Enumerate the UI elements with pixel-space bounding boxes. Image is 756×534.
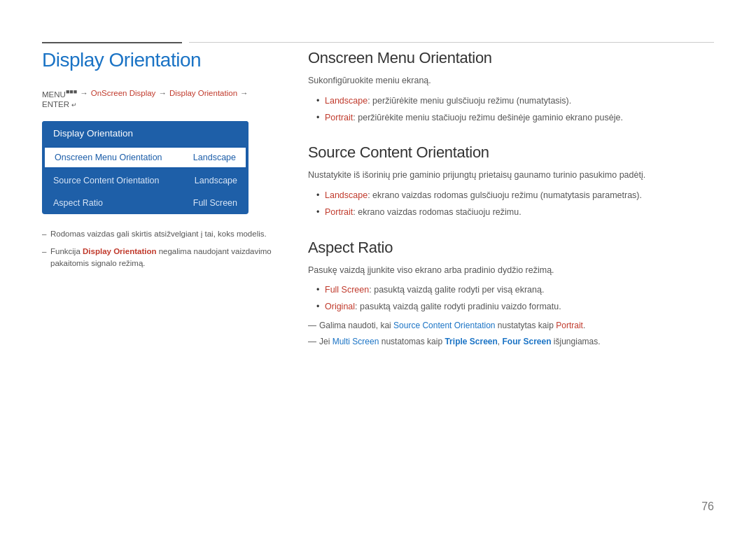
section-aspect-ratio: Aspect Ratio Pasukę vaizdą įjunkite viso…: [308, 239, 714, 348]
section-source-desc: Nustatykite iš išorinių prie gaminio pri…: [308, 169, 714, 182]
breadcrumb-arrow-3: →: [240, 89, 248, 97]
left-column: Display Orientation MENU■■■ → OnScreen D…: [42, 49, 280, 276]
note-item-2: Funkcija Display Orientation negalima na…: [42, 246, 280, 270]
section-source-title: Source Content Orientation: [308, 143, 714, 162]
page-title: Display Orientation: [42, 49, 280, 71]
note-item-2-text: Funkcija Display Orientation negalima na…: [50, 247, 272, 267]
multi-screen-link: Multi Screen: [332, 337, 379, 346]
menu-item-source[interactable]: Source Content Orientation Landscape: [42, 169, 248, 192]
bullet-portrait-source: Portrait: ekrano vaizdas rodomas stačiuo…: [316, 206, 714, 219]
breadcrumb-arrow-2: →: [158, 89, 167, 97]
original-link: Original: [325, 302, 355, 311]
page-number: 76: [701, 500, 714, 513]
note-highlight: Display Orientation: [83, 247, 156, 255]
section-source-content: Source Content Orientation Nustatykite i…: [308, 143, 714, 218]
aspect-note-1: Galima naudoti, kai Source Content Orien…: [308, 319, 714, 332]
triple-screen-link: Triple Screen: [444, 337, 497, 346]
section-aspect-title: Aspect Ratio: [308, 239, 714, 257]
menu-item-aspect-label: Aspect Ratio: [53, 198, 103, 208]
breadcrumb-link-2[interactable]: Display Orientation: [169, 89, 237, 97]
section-onscreen-menu: Onscreen Menu Orientation Sukonfigūruoki…: [308, 49, 714, 124]
section-onscreen-title: Onscreen Menu Orientation: [308, 49, 714, 67]
source-portrait-link: Portrait: [325, 207, 353, 217]
menu-item-source-value: Landscape: [195, 176, 237, 185]
bullet-portrait-link: Portrait: [325, 113, 353, 122]
fullscreen-link: Full Screen: [325, 285, 369, 295]
onscreen-bullet-list: Landscape: peržiūrėkite meniu gulsčiuoju…: [308, 94, 714, 125]
menu-item-onscreen-value: Landscape: [193, 153, 236, 162]
four-screen-link: Four Screen: [503, 337, 552, 346]
portrait-link-note: Portrait: [556, 321, 583, 330]
menu-item-source-label: Source Content Orientation: [53, 176, 159, 185]
note-item-1-text: Rodomas vaizdas gali skirtis atsižvelgia…: [50, 230, 267, 238]
right-column: Onscreen Menu Orientation Sukonfigūruoki…: [308, 49, 714, 367]
menu-item-aspect[interactable]: Aspect Ratio Full Screen: [42, 192, 248, 214]
breadcrumb-link-1[interactable]: OnScreen Display: [91, 89, 156, 97]
bullet-fullscreen: Full Screen: pasuktą vaizdą galite rodyt…: [316, 283, 714, 297]
bullet-landscape-source: Landscape: ekrano vaizdas rodomas gulsči…: [316, 189, 714, 202]
note-item-1: Rodomas vaizdas gali skirtis atsižvelgia…: [42, 228, 280, 240]
section-onscreen-desc: Sukonfigūruokite meniu ekraną.: [308, 74, 714, 87]
menu-item-onscreen-label: Onscreen Menu Orientation: [55, 153, 162, 162]
aspect-bullet-list: Full Screen: pasuktą vaizdą galite rodyt…: [308, 283, 714, 314]
breadcrumb-arrow-1: →: [80, 89, 88, 97]
source-bullet-list: Landscape: ekrano vaizdas rodomas gulsči…: [308, 189, 714, 219]
bullet-landscape-onscreen: Landscape: peržiūrėkite meniu gulsčiuoju…: [316, 94, 714, 108]
menu-item-aspect-value: Full Screen: [193, 198, 237, 208]
breadcrumb: MENU■■■ → OnScreen Display → Display Ori…: [42, 88, 280, 108]
section-aspect-desc: Pasukę vaizdą įjunkite viso ekrano arba …: [308, 264, 714, 277]
source-landscape-link: Landscape: [325, 190, 368, 200]
top-line-left: [42, 42, 182, 43]
bullet-original: Original: pasuktą vaizdą galite rodyti p…: [316, 300, 714, 314]
menu-box-title: Display Orientation: [42, 121, 248, 146]
breadcrumb-enter: ENTER ↵: [42, 100, 77, 108]
aspect-note-2: Jei Multi Screen nustatomas kaip Triple …: [308, 335, 714, 348]
bullet-portrait-onscreen: Portrait: peržiūrėkite meniu stačiuoju r…: [316, 111, 714, 125]
top-line-right: [189, 42, 714, 43]
menu-box: Display Orientation Onscreen Menu Orient…: [42, 121, 248, 214]
menu-item-onscreen[interactable]: Onscreen Menu Orientation Landscape: [43, 146, 247, 169]
breadcrumb-menu: MENU■■■: [42, 88, 77, 99]
notes-section: Rodomas vaizdas gali skirtis atsižvelgia…: [42, 228, 280, 270]
source-content-orientation-link: Source Content Orientation: [393, 321, 495, 330]
bullet-landscape-link: Landscape: [325, 96, 368, 106]
